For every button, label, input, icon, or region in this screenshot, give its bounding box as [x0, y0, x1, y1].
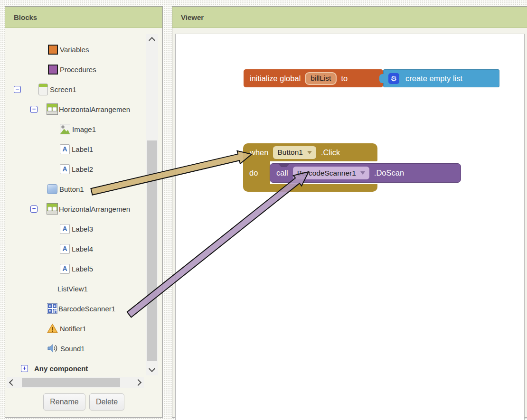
- initialize-global-block[interactable]: initialize global billList to: [244, 69, 383, 87]
- create-empty-list-label: create empty list: [405, 74, 462, 83]
- mutator-gear-icon[interactable]: ⚙: [388, 73, 399, 84]
- blocks-panel-title: Blocks: [14, 13, 37, 21]
- tree-item-label2[interactable]: A Label2: [5, 159, 146, 179]
- do-label: do: [249, 168, 258, 177]
- label-icon: A: [60, 164, 70, 174]
- tree-item-label: Variables: [60, 46, 89, 54]
- label-icon: A: [60, 224, 70, 234]
- tree-item-label1[interactable]: A Label1: [5, 139, 146, 159]
- tree-item-procedures[interactable]: Procedures: [5, 59, 146, 79]
- component-tree: Variables Procedures Screen1 HorizontalA…: [5, 28, 146, 377]
- button-icon: [47, 184, 57, 194]
- create-empty-list-block[interactable]: ⚙ create empty list: [383, 69, 499, 87]
- tree-item-variables[interactable]: Variables: [5, 39, 146, 59]
- horizontal-arrangement-icon: [47, 103, 58, 115]
- tree-item-barcodescanner1[interactable]: BarcodeScanner1: [5, 299, 146, 318]
- delete-button[interactable]: Delete: [89, 393, 124, 411]
- scroll-down-icon[interactable]: [147, 364, 157, 373]
- blocks-panel-header: Blocks: [5, 7, 162, 28]
- scroll-right-icon[interactable]: [133, 378, 143, 387]
- rename-button[interactable]: Rename: [43, 393, 85, 411]
- tree-item-label: Procedures: [60, 65, 96, 74]
- tree-item-label: Label2: [72, 165, 93, 173]
- tree-item-horizontal-arrangement2[interactable]: HorizontalArrangemen: [5, 199, 146, 219]
- tree-item-label: Button1: [59, 185, 84, 193]
- variables-icon: [48, 45, 58, 55]
- collapse-toggle-icon[interactable]: [30, 106, 38, 113]
- screen-icon: [38, 84, 48, 95]
- tree-item-label: Label1: [72, 145, 93, 153]
- init-to-label: to: [341, 74, 348, 83]
- app-inventor-blocks-editor: Blocks Variables Procedures Screen1: [0, 0, 527, 420]
- tree-item-label: Sound1: [60, 345, 85, 353]
- blocks-workspace-canvas[interactable]: [175, 34, 525, 420]
- dropdown-caret-icon: [307, 151, 312, 154]
- tree-item-label5[interactable]: A Label5: [5, 259, 146, 279]
- label-icon: A: [60, 244, 70, 254]
- tree-vertical-scrollbar[interactable]: [146, 34, 158, 375]
- when-block-do-slot: do: [243, 161, 270, 185]
- blocks-panel: Blocks Variables Procedures Screen1: [5, 6, 163, 418]
- label-icon: A: [60, 264, 70, 274]
- tree-item-label: Screen1: [50, 85, 76, 93]
- block-notch: [278, 163, 290, 167]
- image-icon: [60, 124, 70, 134]
- tree-item-label: Label3: [72, 225, 93, 233]
- tree-item-sound1[interactable]: Sound1: [5, 338, 146, 358]
- tree-horizontal-scrollbar[interactable]: [7, 377, 144, 388]
- variable-name-field[interactable]: billList: [305, 72, 337, 85]
- label-icon: A: [60, 144, 70, 154]
- tree-item-label: Any component: [34, 364, 88, 373]
- call-method-block[interactable]: call BarcodeScanner1 .DoScan: [270, 163, 461, 183]
- init-keyword-label: initialize global: [250, 74, 301, 83]
- event-component-label: Button1: [277, 148, 302, 157]
- when-block-bottom: [243, 184, 377, 192]
- tree-item-listview1[interactable]: ListView1: [5, 279, 146, 299]
- horizontal-arrangement-icon: [47, 203, 58, 215]
- viewer-panel-header: Viewer: [172, 7, 527, 28]
- call-keyword-label: call: [276, 168, 288, 177]
- tree-item-button1[interactable]: Button1: [5, 179, 146, 199]
- expand-toggle-icon[interactable]: [21, 365, 28, 372]
- tree-item-label: Notifier1: [60, 325, 86, 333]
- dropdown-caret-icon: [360, 171, 365, 175]
- method-component-dropdown[interactable]: BarcodeScanner1: [293, 167, 369, 179]
- viewer-panel: Viewer: [172, 6, 527, 418]
- vertical-scrollbar-thumb[interactable]: [147, 140, 157, 361]
- tree-item-image1[interactable]: Image1: [5, 119, 146, 139]
- collapse-toggle-icon[interactable]: [14, 86, 21, 93]
- viewer-panel-title: Viewer: [181, 13, 204, 21]
- procedures-icon: [48, 65, 58, 75]
- tree-item-label3[interactable]: A Label3: [5, 219, 146, 239]
- tree-item-any-component[interactable]: Any component: [5, 358, 146, 377]
- tree-item-label: BarcodeScanner1: [58, 305, 115, 313]
- scroll-left-icon[interactable]: [8, 378, 17, 387]
- tree-item-label: HorizontalArrangemen: [59, 105, 130, 113]
- when-keyword-label: when: [250, 148, 268, 157]
- scroll-up-icon[interactable]: [147, 36, 157, 45]
- tree-item-notifier1[interactable]: Notifier1: [5, 318, 146, 338]
- tree-item-label: Label5: [72, 265, 93, 273]
- notifier-icon: [47, 323, 58, 334]
- event-name-label: .Click: [321, 148, 340, 157]
- listview-icon: [47, 284, 56, 293]
- horizontal-scrollbar-thumb[interactable]: [22, 378, 120, 387]
- tree-item-horizontal-arrangement1[interactable]: HorizontalArrangemen: [5, 99, 146, 119]
- barcode-scanner-icon: [47, 303, 57, 314]
- method-component-label: BarcodeScanner1: [297, 169, 356, 177]
- tree-item-label: Label4: [72, 245, 93, 253]
- method-name-label: .DoScan: [374, 168, 404, 177]
- event-component-dropdown[interactable]: Button1: [273, 146, 316, 159]
- sound-icon: [47, 343, 58, 354]
- tree-item-screen1[interactable]: Screen1: [5, 79, 146, 99]
- collapse-toggle-icon[interactable]: [30, 205, 38, 213]
- when-event-block[interactable]: when Button1 .Click: [243, 143, 377, 161]
- tree-item-label: HorizontalArrangemen: [59, 205, 130, 213]
- tree-item-label: ListView1: [57, 285, 88, 293]
- tree-item-label4[interactable]: A Label4: [5, 239, 146, 259]
- tree-item-label: Image1: [72, 125, 96, 133]
